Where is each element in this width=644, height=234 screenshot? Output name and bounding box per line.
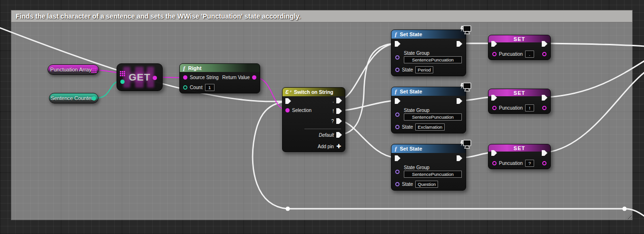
monitor-icon (459, 139, 472, 151)
value-out-pin[interactable] (542, 161, 546, 165)
variable-label: Puncuation (499, 161, 523, 166)
state-input[interactable]: Question (415, 181, 438, 188)
case-exclamation-label: ! (332, 109, 334, 114)
case-question-pin[interactable] (336, 118, 342, 124)
state-group-pin[interactable] (395, 55, 400, 60)
state-pin[interactable] (395, 125, 400, 129)
add-pin-label: Add pin (318, 144, 334, 149)
function-icon: ƒ (394, 31, 398, 38)
return-value-label: Return Value (222, 75, 250, 80)
case-question-label: ? (331, 119, 334, 124)
state-group-input[interactable]: SentencePuncuation (404, 113, 462, 121)
exec-out-pin[interactable] (457, 155, 462, 161)
node-title: SET (514, 145, 525, 151)
value-input[interactable]: ? (525, 160, 534, 167)
value-out-pin[interactable] (542, 106, 546, 110)
exec-in-pin[interactable] (395, 41, 400, 47)
case-exclamation-pin[interactable] (336, 108, 342, 114)
set-variable-node-question[interactable]: SET Puncuation ? (488, 144, 551, 169)
default-pin[interactable] (336, 132, 342, 138)
output-pin[interactable] (153, 76, 157, 80)
count-input[interactable]: 1 (205, 84, 215, 91)
function-icon: ƒ (394, 88, 398, 95)
value-in-pin[interactable] (492, 161, 497, 165)
variable-label: Puncuation (499, 51, 523, 57)
exec-out-pin[interactable] (457, 98, 462, 104)
value-in-pin[interactable] (492, 52, 497, 56)
return-value-pin[interactable] (252, 75, 256, 80)
node-title: Switch on String (294, 89, 333, 95)
node-title: Set State (400, 146, 422, 152)
exec-in-pin[interactable] (285, 98, 291, 104)
case-period-pin[interactable] (336, 98, 342, 103)
node-title: Right (188, 65, 202, 71)
get-array-node[interactable]: GET (117, 63, 163, 91)
add-pin-icon: ✚ (336, 143, 341, 150)
switch-on-string-node[interactable]: Ɛ⁺ Switch on String Selection . ! ? Defa… (282, 87, 345, 152)
state-group-label: State Group (404, 108, 429, 113)
state-label: State (402, 67, 413, 72)
state-pin[interactable] (395, 182, 400, 186)
comment-header[interactable]: Finds the last character of a sentence a… (11, 10, 633, 22)
node-title: SET (514, 36, 525, 42)
exec-in-pin[interactable] (395, 98, 400, 104)
state-input[interactable]: Exclamation (415, 123, 445, 131)
value-in-pin[interactable] (492, 106, 497, 110)
pin-separator (304, 129, 341, 129)
state-group-pin[interactable] (395, 112, 400, 117)
right-function-node[interactable]: ƒ Right Source String Return Value Count… (179, 63, 260, 93)
case-period-label: . (332, 98, 334, 103)
index-pin[interactable] (120, 80, 125, 84)
int-pin[interactable] (92, 96, 96, 101)
set-state-node-exclamation[interactable]: ƒ Set State State Group SentencePuncuati… (391, 87, 466, 133)
value-out-pin[interactable] (542, 52, 546, 56)
state-group-input[interactable]: SentencePuncuation (404, 171, 462, 178)
state-pin[interactable] (395, 68, 400, 72)
variable-label: Punctuation Array (50, 67, 97, 72)
exec-in-pin[interactable] (395, 155, 400, 161)
variable-label: Puncuation (499, 105, 523, 111)
value-input[interactable]: . (525, 51, 534, 58)
comment-title: Finds the last character of a sentence a… (11, 10, 632, 22)
state-label: State (402, 124, 413, 130)
function-icon: ƒ (183, 64, 186, 72)
exec-out-pin[interactable] (457, 41, 462, 47)
blueprint-canvas[interactable]: Finds the last character of a sentence a… (0, 0, 644, 234)
state-group-label: State Group (404, 51, 429, 56)
state-label: State (402, 182, 413, 187)
default-label: Default (319, 132, 334, 138)
state-group-label: State Group (404, 165, 429, 170)
set-state-node-period[interactable]: ƒ Set State State Group SentencePuncuati… (391, 30, 466, 76)
node-title: Set State (400, 31, 422, 37)
state-group-input[interactable]: SentencePuncuation (404, 56, 462, 63)
count-label: Count (190, 85, 203, 90)
selection-pin[interactable] (285, 108, 290, 112)
value-input[interactable]: ! (525, 104, 534, 112)
set-variable-node-period[interactable]: SET Puncuation . (488, 35, 551, 60)
add-pin-button[interactable]: Add pin ✚ (318, 143, 341, 150)
variable-label: Sentence Counter (51, 95, 97, 101)
node-title: SET (514, 90, 525, 96)
monitor-icon (459, 25, 472, 36)
source-string-label: Source String (190, 75, 219, 80)
node-title: Set State (400, 89, 422, 94)
count-pin[interactable] (183, 85, 187, 90)
state-group-pin[interactable] (395, 170, 400, 174)
array-pin-icon[interactable] (91, 68, 97, 73)
array-pin-icon[interactable] (120, 71, 125, 76)
source-string-pin[interactable] (183, 75, 187, 80)
switch-icon: Ɛ⁺ (285, 89, 292, 95)
variable-node-punctuation-array[interactable]: Punctuation Array (48, 64, 99, 75)
set-state-node-question[interactable]: ƒ Set State State Group SentencePuncuati… (391, 144, 466, 191)
monitor-icon (459, 82, 472, 93)
state-input[interactable]: Period (415, 66, 433, 73)
selection-label: Selection (292, 108, 312, 113)
function-icon: ƒ (394, 145, 398, 153)
variable-node-sentence-counter[interactable]: Sentence Counter (49, 93, 98, 103)
set-variable-node-exclamation[interactable]: SET Puncuation ! (488, 89, 551, 114)
